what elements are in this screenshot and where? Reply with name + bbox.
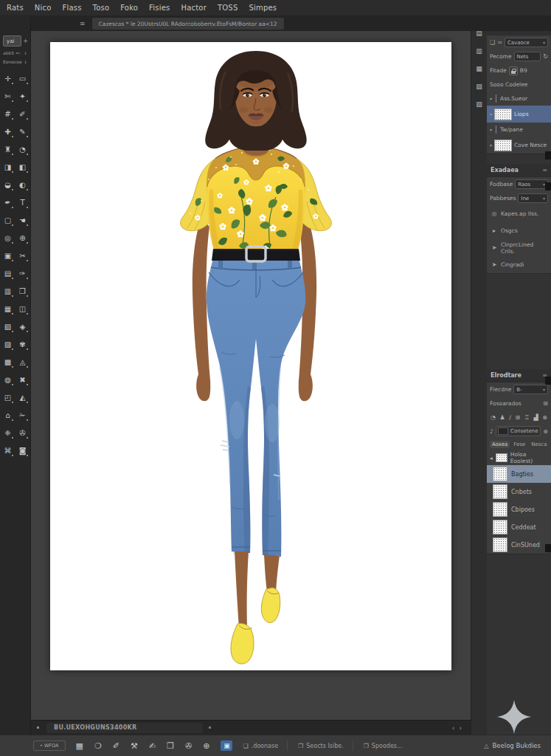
- tool-icon[interactable]: ♜: [1, 140, 15, 158]
- briefcase-icon[interactable]: ❒: [167, 742, 174, 750]
- expand-triangle-icon[interactable]: ▾: [490, 111, 492, 117]
- pen-icon[interactable]: ✐: [113, 742, 119, 750]
- layer-row[interactable]: Bagties: [487, 465, 551, 483]
- panel-tab[interactable]: Nesca: [529, 441, 549, 448]
- property-item[interactable]: ▸ Osgcs: [487, 222, 551, 239]
- tool-icon[interactable]: ▣: [1, 247, 15, 264]
- tool-icon[interactable]: ✑: [15, 264, 30, 282]
- tool-icon[interactable]: ▩: [1, 353, 15, 371]
- panel-strip-icon[interactable]: ▦: [473, 62, 486, 75]
- tool-icon[interactable]: ◎: [1, 229, 15, 247]
- menu-item[interactable]: Toso: [93, 4, 110, 12]
- tool-icon[interactable]: ▦: [1, 300, 15, 317]
- layer-row[interactable]: Ceddeat: [487, 518, 551, 536]
- menu-item[interactable]: Simpes: [249, 4, 277, 12]
- expand-triangle-icon[interactable]: ▾: [490, 127, 492, 132]
- layer-thumbnail[interactable]: [493, 484, 507, 499]
- panel-strip-icon[interactable]: ▨: [473, 97, 486, 111]
- tool-icon[interactable]: ✾: [15, 335, 30, 353]
- folder-icon[interactable]: ❏: [490, 39, 495, 46]
- hamburger-icon[interactable]: ≡: [80, 20, 86, 27]
- tool-icon[interactable]: ✁: [15, 406, 30, 424]
- layer-row[interactable]: ▾ Liops: [487, 106, 551, 123]
- lock-option-icon[interactable]: ♟: [500, 414, 505, 421]
- property-select[interactable]: Raos ▾: [515, 179, 548, 189]
- property-item[interactable]: ◎ Kapes.ap Ilss.: [487, 205, 551, 222]
- tool-icon[interactable]: ⌂: [1, 406, 15, 424]
- lock-option-icon[interactable]: ♖: [524, 414, 530, 421]
- bottom-mode-button[interactable]: • WFOA: [33, 740, 66, 751]
- panel-grip[interactable]: [545, 151, 551, 159]
- target-icon[interactable]: ⊕: [543, 428, 548, 435]
- lock-option-icon[interactable]: ◔: [491, 414, 496, 421]
- tool-icon[interactable]: ⊕: [15, 229, 30, 247]
- expand-triangle-icon[interactable]: ▾: [490, 96, 492, 101]
- lock-option-icon[interactable]: ▟: [534, 414, 538, 421]
- layer-row[interactable]: ▾ Cove Nesce: [487, 137, 551, 154]
- layer-row[interactable]: ▾ Tw/pane: [487, 123, 551, 137]
- lock-icon[interactable]: [509, 66, 518, 75]
- tool-icon[interactable]: ❈: [1, 424, 15, 441]
- tool-icon[interactable]: ❒: [15, 282, 30, 300]
- tool-icon[interactable]: ◍: [1, 371, 15, 388]
- plus-icon[interactable]: +: [23, 38, 28, 44]
- tool-icon[interactable]: ✇: [15, 424, 30, 441]
- tool-icon[interactable]: ◰: [1, 388, 15, 406]
- panel-grip[interactable]: [545, 544, 551, 552]
- tool-icon[interactable]: ◈: [15, 317, 30, 335]
- panel-tab[interactable]: Aoxea: [490, 441, 510, 448]
- panel-tab[interactable]: Fese: [511, 441, 527, 448]
- tool-icon[interactable]: ◭: [15, 388, 30, 406]
- tool-icon[interactable]: ☚: [15, 211, 30, 229]
- mode-select[interactable]: Nets: [514, 52, 541, 61]
- tool-icon[interactable]: ✚: [1, 123, 15, 140]
- tool-icon[interactable]: ◬: [15, 353, 30, 371]
- tools-icon[interactable]: ⚒: [131, 742, 138, 750]
- camera-gear-icon[interactable]: ✇: [185, 742, 192, 750]
- tool-icon[interactable]: T: [15, 193, 30, 211]
- menu-item[interactable]: TOSS: [218, 4, 238, 12]
- tool-icon[interactable]: ◨: [1, 158, 15, 176]
- tool-icon[interactable]: ▢: [1, 211, 15, 229]
- layer-group-row[interactable]: ◂ Holoa Eoolest): [487, 450, 551, 465]
- doonase-item[interactable]: ❏ .doonase: [243, 743, 278, 749]
- canvas-area[interactable]: BU.UEXOHGUNS3400KR ‹›: [31, 31, 471, 735]
- tool-icon[interactable]: ▨: [1, 335, 15, 353]
- tool-icon[interactable]: ▭: [15, 69, 30, 87]
- tool-icon[interactable]: ▥: [1, 282, 15, 300]
- layer-row[interactable]: Cbipoes: [487, 501, 551, 518]
- menu-item[interactable]: Flass: [62, 4, 81, 12]
- tool-icon[interactable]: ▤: [1, 264, 15, 282]
- tool-icon[interactable]: ✎: [15, 123, 30, 140]
- preset-select[interactable]: Cavaoce ▾: [505, 38, 548, 47]
- layer-thumbnail[interactable]: [493, 502, 507, 517]
- tool-option-row[interactable]: abb5 =: ↓: [3, 50, 27, 55]
- lock-option-icon[interactable]: ⊞: [516, 414, 521, 421]
- tool-icon[interactable]: #: [1, 105, 15, 123]
- scroll-arrows[interactable]: ‹›: [452, 724, 466, 732]
- tool-icon[interactable]: ✐: [15, 105, 30, 123]
- property-item[interactable]: ➤ Cingradi: [487, 256, 551, 273]
- tool-icon[interactable]: ▧: [1, 317, 15, 335]
- panel-grip[interactable]: [545, 377, 551, 385]
- seocts-item[interactable]: ❐ Seocts Isibe.: [298, 743, 344, 749]
- layer-thumbnail[interactable]: [494, 140, 512, 151]
- document-canvas[interactable]: [50, 42, 451, 670]
- refresh-icon[interactable]: ↻: [543, 53, 548, 60]
- layer-thumbnail[interactable]: [493, 537, 507, 552]
- panel-strip-icon[interactable]: ▥: [473, 44, 486, 58]
- expand-triangle-icon[interactable]: ▾: [490, 142, 492, 148]
- menu-item[interactable]: Fisies: [149, 4, 170, 12]
- menu-item[interactable]: Rats: [7, 4, 24, 12]
- collapse-triangle-icon[interactable]: ◂: [490, 455, 493, 461]
- property-select[interactable]: Ine ▾: [518, 193, 548, 203]
- tool-icon[interactable]: ✄: [1, 87, 15, 105]
- document-tab[interactable]: Cazescos * le 20UstrsU0L RAdorcobobertv.…: [92, 18, 284, 30]
- panel-menu-icon[interactable]: ≡: [542, 167, 547, 173]
- tool-preset-field[interactable]: yai: [3, 35, 21, 47]
- property-item[interactable]: ➤ ClnprcLined Crils.: [487, 239, 551, 256]
- grid-icon[interactable]: ⊞: [543, 400, 548, 407]
- tool-icon[interactable]: ✖: [15, 371, 30, 388]
- writing-hand-icon[interactable]: ✍: [149, 742, 156, 750]
- tool-icon[interactable]: ✛: [1, 69, 15, 87]
